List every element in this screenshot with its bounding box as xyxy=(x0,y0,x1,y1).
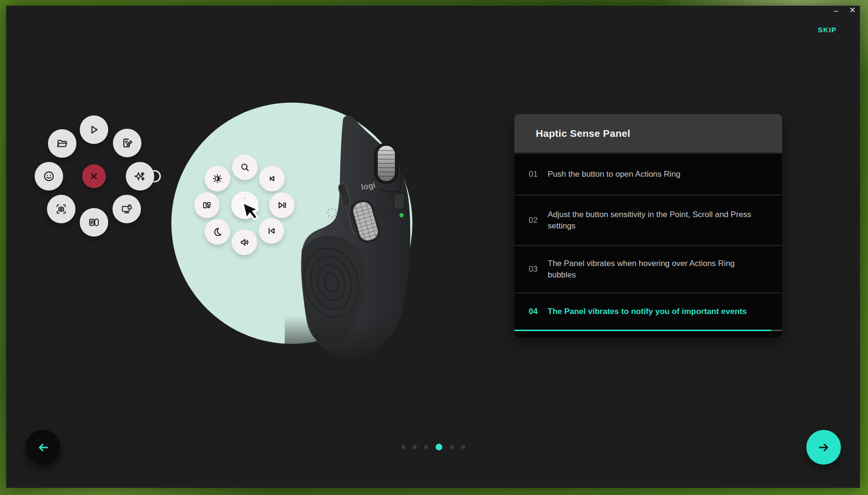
pagination-dot-6[interactable] xyxy=(461,445,465,449)
top-shell-button xyxy=(394,193,404,209)
next-button[interactable] xyxy=(806,430,841,465)
back-arrow-icon xyxy=(36,440,50,455)
actions-ring-bubble-mouse-settings xyxy=(80,208,108,237)
step-number: 03 xyxy=(529,265,548,274)
pagination-dot-3[interactable] xyxy=(424,445,428,449)
media-ring-bubble-volume xyxy=(232,229,257,255)
mouse-settings-icon xyxy=(88,216,100,228)
step-text: The Panel vibrates to notify you of impo… xyxy=(548,306,747,317)
media-ring-bubble-layout xyxy=(194,192,220,218)
pagination-dot-4-active[interactable] xyxy=(436,444,442,450)
actions-ring-bubble-screenshot xyxy=(47,195,75,223)
step-text: The Panel vibrates when hovering over Ac… xyxy=(548,258,756,281)
search-icon xyxy=(239,162,251,173)
media-ring-bubble-search xyxy=(232,154,258,180)
close-icon[interactable]: ✕ xyxy=(849,6,856,14)
actions-ring-bubble-lock-screen xyxy=(112,195,141,223)
skip-button[interactable]: SKIP xyxy=(808,26,837,34)
status-led xyxy=(400,213,404,218)
dotted-circle-marker xyxy=(327,208,337,218)
step-row-1: 01 Push the button to open Actions Ring xyxy=(514,154,782,194)
media-ring-bubble-play-pause xyxy=(269,192,295,218)
step-row-2: 02 Adjust the button sensitivity in the … xyxy=(514,196,782,245)
actions-ring-close-button xyxy=(82,164,106,188)
window-layout-icon xyxy=(201,200,213,211)
actions-ring-bubble-play xyxy=(80,115,108,144)
screenshot-camera-icon xyxy=(55,203,67,215)
pagination-dot-1[interactable] xyxy=(401,445,405,449)
pagination-dot-2[interactable] xyxy=(413,445,417,449)
mx-mouse-illustration: logi xyxy=(285,107,427,373)
ai-sparkles-icon xyxy=(134,170,146,182)
folder-icon xyxy=(56,137,68,150)
minimize-icon[interactable]: – xyxy=(834,7,838,15)
volume-icon xyxy=(239,237,250,248)
actions-ring-bubble-ai xyxy=(126,162,154,190)
media-ring-bubble-skip-previous xyxy=(259,166,285,191)
night-mode-moon-icon xyxy=(212,226,223,238)
panel-footer xyxy=(514,331,782,337)
note-edit-icon xyxy=(121,137,133,149)
step-text: Adjust the button sensitivity in the Poi… xyxy=(548,209,756,232)
panel-title: Haptic Sense Panel xyxy=(536,128,630,139)
onboarding-screen: { "window": { "controls": { "minimize_gl… xyxy=(0,0,868,495)
brightness-icon xyxy=(212,173,223,184)
step-number: 04 xyxy=(529,307,548,316)
pagination-dot-5[interactable] xyxy=(450,445,454,449)
next-arrow-icon xyxy=(817,440,831,455)
media-ring-bubble-skip-to-start xyxy=(259,218,284,244)
media-ring-bubble-night-mode xyxy=(205,219,230,245)
panel-header: Haptic Sense Panel xyxy=(514,114,782,152)
actions-ring-bubble-note xyxy=(113,129,141,157)
step-number: 01 xyxy=(529,170,548,179)
center-dot-marker xyxy=(244,198,245,199)
play-pause-icon xyxy=(276,200,288,211)
skip-to-start-icon xyxy=(266,225,277,237)
step-number: 02 xyxy=(529,216,548,225)
skip-previous-icon xyxy=(266,173,278,184)
close-x-icon xyxy=(91,173,97,180)
media-ring-bubble-brightness xyxy=(205,166,230,191)
pagination xyxy=(401,443,465,451)
step-row-4-active: 04 The Panel vibrates to notify you of i… xyxy=(514,294,782,330)
actions-ring-bubble-folder xyxy=(48,129,76,158)
step-row-3: 03 The Panel vibrates when hovering over… xyxy=(514,246,782,292)
screen-lock-icon xyxy=(121,203,133,215)
step-text: Push the button to open Actions Ring xyxy=(548,169,681,180)
play-icon xyxy=(88,124,100,136)
actions-ring-bubble-emoji xyxy=(35,162,63,190)
haptic-sense-panel: Haptic Sense Panel 01 Push the button to… xyxy=(514,114,782,337)
back-button[interactable] xyxy=(26,430,60,465)
emoji-smiley-icon xyxy=(43,170,55,182)
